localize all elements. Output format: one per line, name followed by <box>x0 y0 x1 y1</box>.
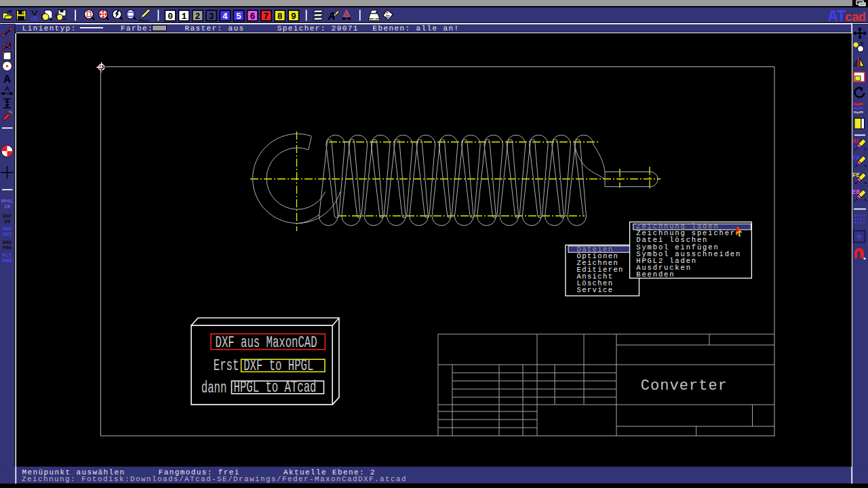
svg-text:2: 2 <box>195 12 201 22</box>
svg-text:0: 0 <box>167 12 173 22</box>
svg-text:3: 3 <box>209 12 214 22</box>
svg-text:HPGL to ATcad: HPGL to ATcad <box>234 379 317 396</box>
svg-text:Converter: Converter <box>641 378 728 394</box>
svg-text:Zeichnung: Fotodisk:Downloads/: Zeichnung: Fotodisk:Downloads/ATcad-SE/D… <box>22 475 407 483</box>
svg-text:Raster: aus: Raster: aus <box>185 24 245 33</box>
svg-text:DXF: DXF <box>3 226 12 232</box>
svg-text:5: 5 <box>236 12 241 22</box>
svg-text:6: 6 <box>250 12 255 22</box>
svg-text:HPGL: HPGL <box>1 199 14 204</box>
svg-text:IN: IN <box>4 219 10 224</box>
svg-text:Service: Service <box>577 286 614 294</box>
svg-text:A: A <box>5 85 9 93</box>
svg-text:AT: AT <box>828 7 846 23</box>
svg-text:1: 1 <box>181 12 186 22</box>
svg-text:IN: IN <box>4 204 10 209</box>
svg-text:DXF: DXF <box>3 214 12 219</box>
svg-text:A: A <box>344 12 349 18</box>
svg-text:DXF aus MaxonCAD: DXF aus MaxonCAD <box>216 334 317 352</box>
svg-text:7: 7 <box>264 12 269 22</box>
svg-text:Beenden: Beenden <box>636 270 675 279</box>
svg-text:8: 8 <box>277 12 283 22</box>
svg-text:Farbe:: Farbe: <box>121 24 153 33</box>
svg-text:Ebenen: alle an!: Ebenen: alle an! <box>373 24 460 33</box>
svg-text:PRG: PRG <box>3 245 12 251</box>
svg-text:DXF to HPGL: DXF to HPGL <box>243 357 313 375</box>
svg-text:9: 9 <box>291 12 296 22</box>
svg-text:cad: cad <box>845 11 865 23</box>
svg-text:Erst: Erst <box>214 358 239 375</box>
svg-text:PLT: PLT <box>3 253 12 258</box>
svg-text:Linientyp:: Linientyp: <box>22 24 77 33</box>
svg-text:PRG: PRG <box>3 258 12 264</box>
svg-text:dann: dann <box>201 380 227 397</box>
svg-text:DRK: DRK <box>3 240 12 245</box>
svg-text:4: 4 <box>222 12 228 22</box>
svg-text:Speicher: 29071: Speicher: 29071 <box>277 24 359 33</box>
svg-text:OUT: OUT <box>3 232 12 237</box>
svg-text:A: A <box>328 10 335 23</box>
